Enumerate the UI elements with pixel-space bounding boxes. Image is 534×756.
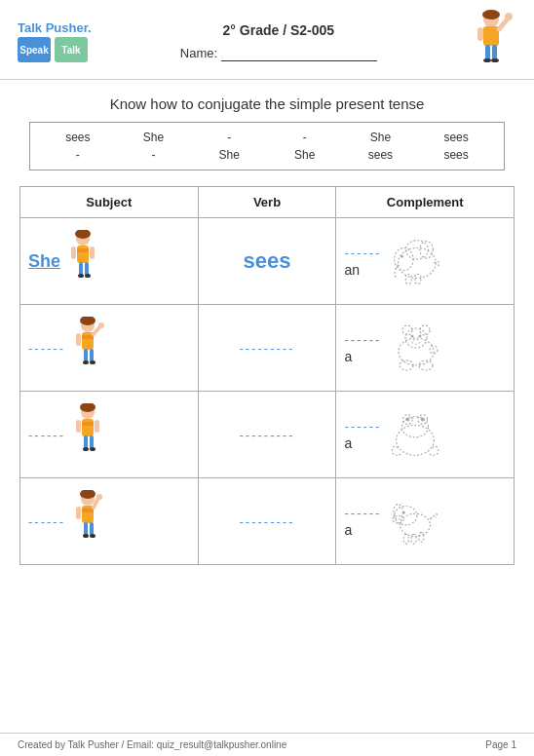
dog-svg [387,496,443,547]
complement-cell-2: ------ a [336,305,515,392]
complement-cell-4: ------ a [336,478,515,565]
svg-point-26 [400,255,403,258]
word-cell: - [281,131,329,144]
svg-point-54 [83,447,89,451]
svg-rect-14 [79,262,83,276]
elephant-svg [387,236,443,286]
svg-line-35 [94,326,100,334]
svg-point-41 [420,325,430,335]
table-row: ------ [20,478,515,565]
svg-rect-57 [76,420,81,433]
svg-point-34 [90,360,95,364]
word-cell: sees [432,131,480,144]
header-verb: Verb [198,187,336,218]
complement-cell-3: ------ a [336,392,515,478]
subject-inner-3: ------ [20,392,198,477]
girl-svg-1 [64,230,101,293]
word-grid: sees She - - She sees - - She She sees s… [29,122,505,170]
svg-point-16 [78,274,84,278]
verb-cell-2: --------- [198,305,336,392]
complement-inner-4: ------ a [336,478,514,564]
word-cell: - [205,131,253,144]
word-cell: She [281,148,329,162]
word-cell: - [129,148,177,162]
word-cell: - [54,148,102,162]
svg-point-17 [85,274,91,278]
svg-point-23 [420,242,434,258]
logo-pusher: Pusher. [42,20,92,35]
table-header-row: Subject Verb Complement [20,187,515,218]
svg-rect-67 [82,509,94,512]
table-row: She [20,218,515,305]
logo: Talk Pusher. Speak Talk [18,20,92,62]
article-2: a [344,349,352,364]
she-text: She [28,251,60,272]
svg-rect-68 [84,522,88,536]
table-row: ------ [20,392,515,478]
header-complement: Complement [336,187,515,218]
svg-rect-30 [82,335,94,339]
name-field: Name: [180,46,377,61]
complement-text-3: ------ a [344,419,381,451]
sees-text: sees [244,248,291,274]
main-table: Subject Verb Complement She [19,186,515,565]
svg-rect-53 [90,435,94,449]
article-4: a [344,522,352,538]
svg-rect-24 [406,275,412,284]
girl-character-svg [466,10,516,73]
dashes-4: ------ [344,506,381,520]
svg-point-6 [491,58,499,62]
svg-rect-82 [419,533,424,543]
svg-point-71 [90,534,95,538]
logo-talk: Talk [18,20,42,35]
verb-dashes-3: --------- [240,428,295,442]
dashes-1: ------ [344,246,381,260]
complement-text-4: ------ a [344,506,381,538]
svg-rect-69 [90,522,94,536]
page-header: Talk Pusher. Speak Talk 2° Grade / S2-00… [0,0,534,80]
logo-talk-box: Talk [55,37,88,62]
svg-rect-56 [95,420,99,433]
verb-inner-3: --------- [199,392,336,477]
svg-rect-51 [82,422,94,426]
name-underline [221,46,377,61]
page-title: Know how to conjugate the simple present… [0,80,534,122]
svg-point-39 [405,328,427,348]
svg-point-63 [421,418,425,422]
svg-rect-52 [84,435,88,449]
svg-point-1 [482,10,500,19]
verb-dashes-2: --------- [240,341,295,356]
complement-inner-2: ------ a [336,305,514,391]
verb-inner-2: --------- [199,305,336,391]
svg-point-40 [402,325,412,335]
verb-inner-1: sees [199,218,336,304]
subject-cell-2: ------ [20,305,199,392]
subject-inner-4: ------ [20,478,198,564]
word-cell: She [129,131,177,144]
complement-inner-3: ------ a [336,392,514,477]
subject-inner-1: She [20,218,198,304]
subject-cell-3: ------ [20,392,199,478]
svg-point-79 [402,511,405,514]
svg-point-9 [505,13,513,20]
character-icon [466,10,516,73]
svg-point-42 [400,360,413,370]
svg-point-44 [411,335,414,338]
dashes-3: ------ [344,419,381,434]
verb-cell-1: sees [198,218,336,305]
word-cell: sees [54,131,102,144]
subject-cell-4: ------ [20,478,199,565]
svg-rect-13 [77,248,89,252]
svg-point-62 [406,418,410,422]
logo-speak-box: Speak [18,37,51,62]
subject-dashes-2: ------ [28,341,65,356]
svg-rect-3 [485,45,490,60]
word-cell: She [356,131,404,144]
svg-point-75 [400,513,431,536]
svg-rect-25 [415,275,421,284]
svg-point-55 [90,447,95,451]
complement-inner-1: ------ an [336,218,514,304]
logo-boxes: Speak Talk [18,37,88,62]
word-cell: sees [356,148,404,162]
complement-text-1: ------ an [344,246,381,278]
